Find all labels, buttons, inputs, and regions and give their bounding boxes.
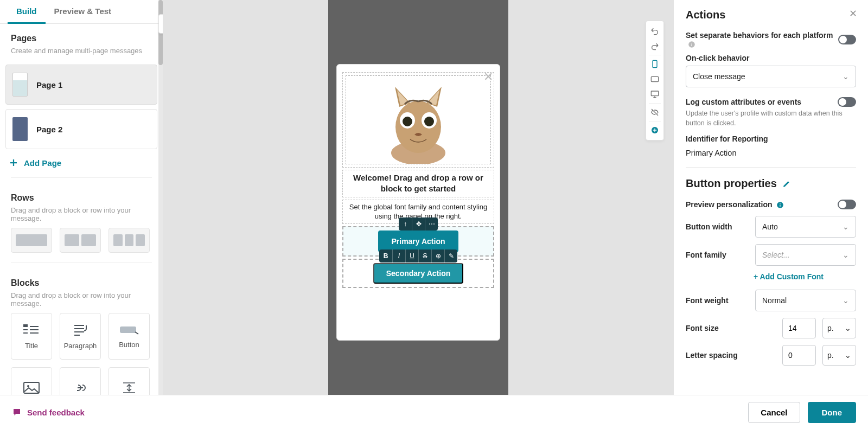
close-icon[interactable]: ✕ xyxy=(483,70,493,84)
hide-outlines-button[interactable] xyxy=(647,105,662,120)
svg-point-11 xyxy=(403,117,412,126)
cancel-button[interactable]: Cancel xyxy=(748,402,800,423)
button-icon xyxy=(119,324,139,335)
letter-spacing-unit-select[interactable]: p.⌄ xyxy=(822,345,856,366)
rows-heading: Rows xyxy=(11,193,152,203)
letter-spacing-input[interactable] xyxy=(782,345,816,366)
row-layout-3col[interactable] xyxy=(108,228,150,253)
primary-button-row[interactable]: ↑ ✥ ⋯ Primary Action B I U S ⊕ ✎ xyxy=(342,226,494,257)
text-format-toolbar: B I U S ⊕ ✎ xyxy=(379,249,457,262)
add-personalization-button[interactable]: ⊕ xyxy=(431,249,444,262)
left-sidebar: Build Preview & Test Pages Create and ma… xyxy=(0,0,163,395)
chevron-down-icon: ⌄ xyxy=(843,72,849,81)
pages-heading: Pages xyxy=(11,34,152,43)
font-size-label: Font size xyxy=(686,324,719,332)
link-icon xyxy=(73,382,88,394)
magic-button[interactable]: ✎ xyxy=(444,249,457,262)
strikethrough-button[interactable]: S xyxy=(418,249,431,262)
svg-rect-4 xyxy=(651,76,658,81)
device-frame: ✕ xyxy=(328,0,508,395)
paragraph-icon xyxy=(71,323,90,336)
button-width-select[interactable]: Auto⌄ xyxy=(755,216,856,238)
drag-handle[interactable]: ✥ xyxy=(412,217,425,230)
more-options-button[interactable]: ⋯ xyxy=(425,217,438,230)
svg-point-12 xyxy=(424,117,434,126)
font-weight-label: Font weight xyxy=(686,296,729,305)
font-family-select[interactable]: Select...⌄ xyxy=(755,244,856,266)
block-tile-title[interactable]: Title xyxy=(11,313,52,360)
block-tile-spacer[interactable] xyxy=(108,367,150,395)
button-width-label: Button width xyxy=(686,222,732,231)
tab-preview-test[interactable]: Preview & Test xyxy=(46,0,120,23)
bold-button[interactable]: B xyxy=(379,249,392,262)
add-custom-font-button[interactable]: + Add Custom Font xyxy=(686,272,856,281)
button-properties-heading: Button properties xyxy=(686,177,777,190)
font-size-unit-select[interactable]: p.⌄ xyxy=(822,318,856,338)
image-row[interactable] xyxy=(342,72,494,168)
block-tile-link[interactable] xyxy=(60,367,101,395)
block-toolbar-move: ↑ ✥ ⋯ xyxy=(399,217,438,230)
primary-action-button[interactable]: Primary Action xyxy=(378,230,458,252)
view-mobile-button[interactable] xyxy=(647,56,662,72)
left-tabs: Build Preview & Test xyxy=(0,0,163,24)
undo-button[interactable] xyxy=(647,23,662,39)
onclick-label: On-click behavior xyxy=(686,54,856,62)
pages-subheading: Create and manage multi-page messages xyxy=(11,47,152,55)
italic-button[interactable]: I xyxy=(392,249,405,262)
select-parent-button[interactable]: ↑ xyxy=(399,217,412,230)
left-scrollbar-track[interactable] xyxy=(158,0,163,395)
separate-platforms-label: Set separate behaviors for each platform xyxy=(686,31,838,48)
block-tile-label: Button xyxy=(119,341,139,349)
page-label: Page 1 xyxy=(36,80,62,89)
svg-point-8 xyxy=(395,101,441,153)
chevron-down-icon: ⌄ xyxy=(843,251,849,259)
edit-icon[interactable] xyxy=(782,180,791,188)
view-desktop-button[interactable] xyxy=(647,87,662,102)
separate-platforms-toggle[interactable] xyxy=(838,35,856,44)
title-icon xyxy=(22,323,41,336)
underline-button[interactable]: U xyxy=(405,249,418,262)
redo-button[interactable] xyxy=(647,39,662,54)
secondary-button-row[interactable]: Secondary Action xyxy=(342,259,494,288)
secondary-action-button[interactable]: Secondary Action xyxy=(373,263,464,284)
title-block[interactable]: Welcome! Drag and drop a row or block to… xyxy=(342,170,494,197)
bottom-bar: Send feedback Cancel Done xyxy=(0,395,868,429)
row-layout-2col[interactable] xyxy=(60,228,101,253)
svg-rect-0 xyxy=(120,326,136,333)
font-weight-select[interactable]: Normal⌄ xyxy=(755,290,856,311)
done-button[interactable]: Done xyxy=(808,402,857,423)
info-icon[interactable] xyxy=(688,41,695,48)
cat-image-icon xyxy=(383,82,454,164)
preview-personalization-toggle[interactable] xyxy=(838,200,856,209)
identifier-value: Primary Action xyxy=(686,149,856,157)
image-icon xyxy=(23,382,40,394)
speech-bubble-icon xyxy=(12,407,22,417)
svg-point-2 xyxy=(27,385,29,387)
font-size-input[interactable] xyxy=(782,318,816,338)
block-tile-paragraph[interactable]: Paragraph xyxy=(60,313,101,360)
send-feedback-button[interactable]: Send feedback xyxy=(12,407,85,417)
page-item-2[interactable]: Page 2 xyxy=(5,109,157,149)
svg-rect-3 xyxy=(653,60,657,67)
message-modal[interactable]: ✕ xyxy=(336,64,500,341)
tab-build[interactable]: Build xyxy=(8,0,46,24)
close-panel-button[interactable]: ✕ xyxy=(849,8,857,20)
block-tile-image[interactable] xyxy=(11,367,52,395)
preview-personalization-label: Preview personalization xyxy=(686,200,784,209)
view-tablet-button[interactable] xyxy=(647,72,662,87)
row-layout-1col[interactable] xyxy=(11,228,52,253)
log-attributes-toggle[interactable] xyxy=(838,97,856,107)
chevron-down-icon: ⌄ xyxy=(843,222,849,231)
page-item-1[interactable]: Page 1 xyxy=(5,65,157,105)
blocks-heading: Blocks xyxy=(11,278,152,288)
onclick-behavior-select[interactable]: Close message ⌄ xyxy=(686,66,856,87)
image-placeholder[interactable] xyxy=(346,75,491,164)
block-tile-button[interactable]: Button xyxy=(108,313,150,360)
log-attributes-label: Log custom attributes or events xyxy=(686,98,801,106)
blocks-subheading: Drag and drop a block or row into your m… xyxy=(11,291,152,308)
letter-spacing-label: Letter spacing xyxy=(686,351,738,360)
add-page-label: Add Page xyxy=(24,158,61,168)
add-page-button[interactable]: Add Page xyxy=(0,153,163,172)
info-icon[interactable] xyxy=(776,201,784,209)
add-element-button[interactable] xyxy=(647,123,662,138)
